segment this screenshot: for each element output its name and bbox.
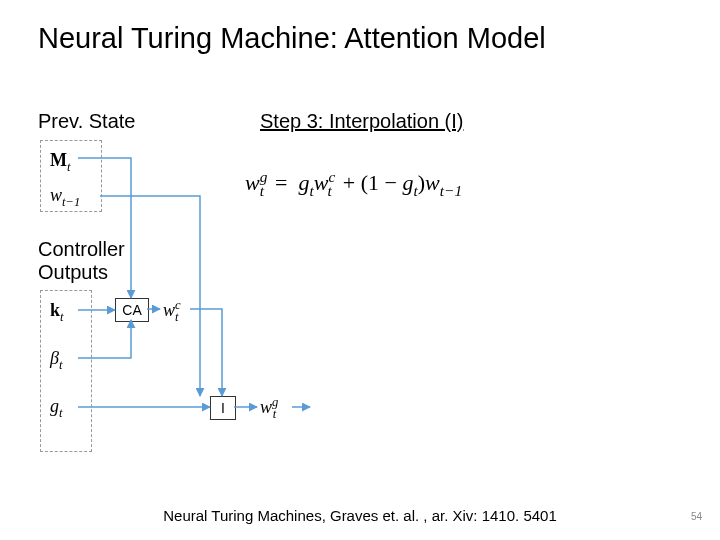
step-title: Step 3: Interpolation (I) (260, 110, 463, 133)
sym-w-t-minus-1: wt−1 (50, 185, 80, 210)
page-number: 54 (691, 511, 702, 522)
sym-wtg: wgt (260, 395, 276, 422)
citation-text: Neural Turing Machines, Graves et. al. ,… (0, 507, 720, 524)
controller-outputs-box (40, 290, 92, 452)
page-title: Neural Turing Machine: Attention Model (38, 22, 546, 55)
sym-gt: gt (50, 396, 63, 421)
sym-wtc: wct (163, 298, 178, 325)
sym-beta-t: βt (50, 348, 62, 373)
sym-Mt: Mt (50, 150, 71, 175)
prev-state-label: Prev. State (38, 110, 135, 133)
sym-kt: kt (50, 300, 64, 325)
i-box: I (210, 396, 236, 420)
ca-box: CA (115, 298, 149, 322)
interpolation-equation: wgt = gtwct + (1 − gt)wt−1 (245, 168, 462, 200)
controller-outputs-label: Controller Outputs (38, 238, 125, 284)
